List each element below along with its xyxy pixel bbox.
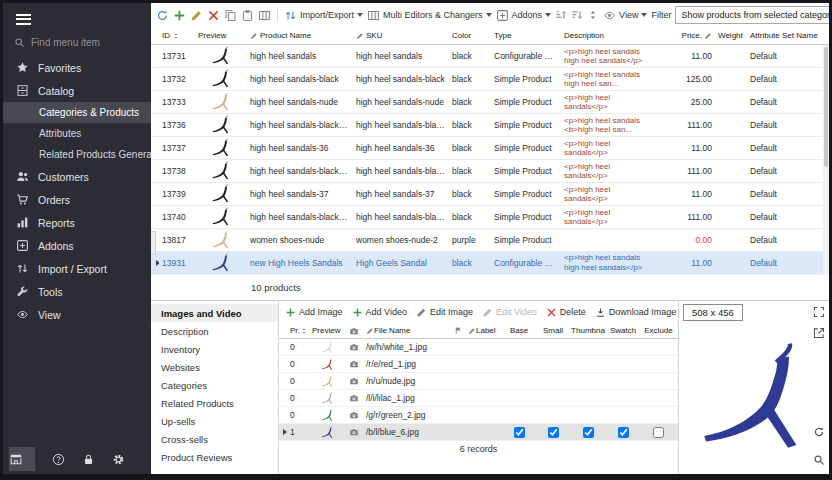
column-header-preview[interactable]: Preview [195,31,247,40]
zoom-button[interactable] [813,454,825,466]
columns-button[interactable] [258,9,271,22]
product-row[interactable]: 13931 new High Heels Sandals High Geels … [151,252,829,275]
view-menu[interactable]: View [603,9,647,22]
sidebar-item-addons[interactable]: Addons [3,234,151,257]
column-header-product-name[interactable]: Product Name [247,31,353,40]
panel-collapse-handle[interactable] [151,231,156,255]
column-header-type[interactable]: Type [491,31,561,40]
product-row[interactable]: 13738 high heel sandals-black-37 high he… [151,160,829,183]
sidebar-item-customers[interactable]: Customers [3,165,151,188]
tab-categories[interactable]: Categories [151,376,278,394]
column-header-camera[interactable] [344,326,364,336]
product-row[interactable]: 13737 high heel sandals-36 high heel san… [151,137,829,160]
tab-websites[interactable]: Websites [151,358,278,376]
column-header-color[interactable]: Color [449,31,491,40]
column-header-file-name[interactable]: File Name [364,326,450,335]
product-type-cell: Simple Product [491,189,561,199]
column-header-id[interactable]: ID [159,31,195,40]
column-header-description[interactable]: Description [561,31,653,40]
product-row[interactable]: 13731 high heel sandals high heel sandal… [151,45,829,68]
fullscreen-button[interactable] [813,306,825,318]
tab-images-and-video[interactable]: Images and Video [151,304,278,322]
sidebar-item-related-products-generator[interactable]: Related Products Generator [3,144,151,165]
image-row[interactable]: 0 /n/u/nude.jpg [279,373,678,390]
column-header-attribute-set[interactable]: Attribute Set Name [747,31,823,40]
sidebar-item-import-export[interactable]: Import / Export [3,257,151,280]
grid-status-bar: 10 products [151,275,829,301]
product-row[interactable]: 13817 women shoes-nude women shoes-nude-… [151,229,829,252]
product-row[interactable]: 13736 high heel sandals-black-36 high he… [151,114,829,137]
sidebar-item-categories-products[interactable]: Categories & Products [3,102,151,123]
sidebar-item-view[interactable]: View [3,303,151,326]
column-header-weight[interactable]: Weight [715,31,747,40]
sidebar-item-orders[interactable]: Orders [3,188,151,211]
tab-cross-sells[interactable]: Cross-sells [151,430,278,448]
tab-product-reviews[interactable]: Product Reviews [151,448,278,466]
filter-category-select[interactable]: Show products from selected categories [675,6,829,24]
column-header-label[interactable]: Label [466,326,502,335]
help-icon[interactable] [52,453,65,466]
download-image-button[interactable]: Download Image [595,307,677,318]
tab-inventory[interactable]: Inventory [151,340,278,358]
store-icon[interactable] [9,447,35,471]
gear-icon[interactable] [112,453,125,466]
addons-menu[interactable]: Addons [496,9,552,22]
image-row[interactable]: 0 /w/h/white_1.jpg [279,339,678,356]
column-header-image-preview[interactable]: Preview [310,326,344,335]
edit-video-button[interactable]: Edit Video [482,307,537,318]
swatch-checkbox[interactable] [618,427,629,438]
tab-up-sells[interactable]: Up-sells [151,412,278,430]
column-header-sku[interactable]: SKU [353,31,449,40]
menu-search-input[interactable] [31,37,131,48]
add-image-button[interactable]: Add Image [285,307,343,318]
sort-desc-button[interactable] [571,9,583,21]
image-row[interactable]: 0 /r/e/red_1.jpg [279,356,678,373]
sidebar-item-reports[interactable]: Reports [3,211,151,234]
image-preview[interactable] [679,323,829,474]
sidebar-item-favorites[interactable]: Favorites [3,56,151,79]
column-header-thumbnail[interactable]: Thumbna [570,326,606,335]
tab-description[interactable]: Description [151,322,278,340]
open-external-button[interactable] [813,327,825,339]
product-row[interactable]: 13732 high heel sandals-black high heel … [151,68,829,91]
column-header-base[interactable]: Base [502,326,536,335]
image-row[interactable]: 1 /b/l/blue_6.jpg [279,424,678,441]
small-checkbox[interactable] [548,427,559,438]
base-checkbox[interactable] [514,427,525,438]
exclude-checkbox[interactable] [653,427,664,438]
lock-icon[interactable] [82,453,95,466]
tab-related-products[interactable]: Related Products [151,394,278,412]
add-product-button[interactable] [173,9,186,22]
grid-scrollbar[interactable] [823,45,829,275]
product-row[interactable]: 13733 high heel sandals-nude high heel s… [151,91,829,114]
paste-button[interactable] [241,9,254,22]
copy-button[interactable] [224,9,237,22]
multi-editors-menu[interactable]: Multi Editors & Changers [367,9,492,22]
column-header-exclude[interactable]: Exclude [640,326,677,335]
column-header-price[interactable]: Price, [653,31,715,40]
edit-product-button[interactable] [190,9,203,22]
reorder-button[interactable] [587,9,599,21]
product-row[interactable]: 13739 high heel sandals-37 high heel san… [151,183,829,206]
column-header-flag[interactable] [450,326,466,335]
sidebar-item-attributes[interactable]: Attributes [3,123,151,144]
thumbnail-checkbox[interactable] [583,427,594,438]
refresh-button[interactable] [156,9,169,22]
sidebar-item-catalog[interactable]: Catalog [3,79,151,102]
delete-product-button[interactable] [207,9,220,22]
delete-image-button[interactable]: Delete [546,307,586,318]
image-row[interactable]: 0 /l/i/lilac_1.jpg [279,390,678,407]
rotate-button[interactable] [813,426,825,438]
column-header-small[interactable]: Small [536,326,570,335]
sort-asc-button[interactable] [555,9,567,21]
edit-image-button[interactable]: Edit Image [416,307,473,318]
column-header-swatch[interactable]: Swatch [606,326,640,335]
sidebar-item-tools[interactable]: Tools [3,280,151,303]
add-video-button[interactable]: Add Video [352,307,407,318]
column-header-position[interactable]: Pr. [288,326,310,335]
product-row[interactable]: 13740 high heel sandals-black-38 high he… [151,206,829,229]
import-export-menu[interactable]: Import/Export [284,9,363,22]
grid-scrollbar-thumb[interactable] [824,47,828,167]
menu-icon[interactable] [3,3,151,31]
image-row[interactable]: 0 /g/r/green_2.jpg [279,407,678,424]
